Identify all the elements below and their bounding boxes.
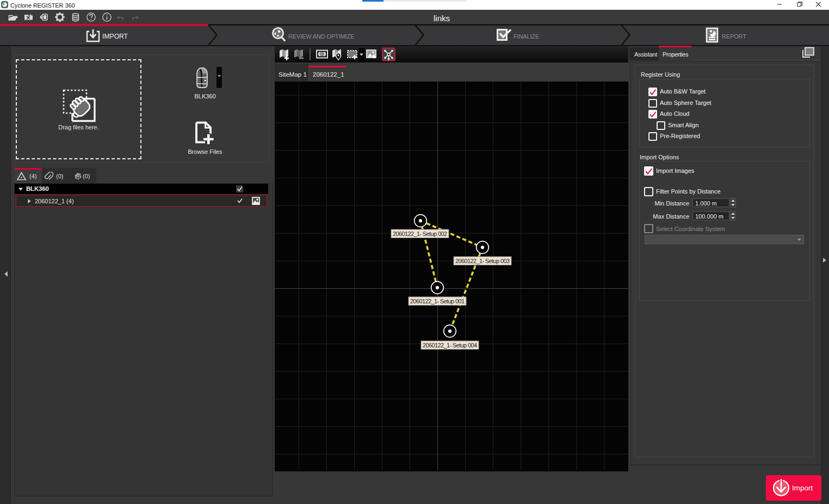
svg-text:2060122_1- Setup 003: 2060122_1- Setup 003	[455, 258, 510, 264]
svg-text:2060122_1- Setup 001: 2060122_1- Setup 001	[410, 298, 465, 304]
svg-text:2060122_1- Setup 002: 2060122_1- Setup 002	[393, 231, 447, 237]
svg-text:2060122_1- Setup 004: 2060122_1- Setup 004	[423, 342, 477, 349]
